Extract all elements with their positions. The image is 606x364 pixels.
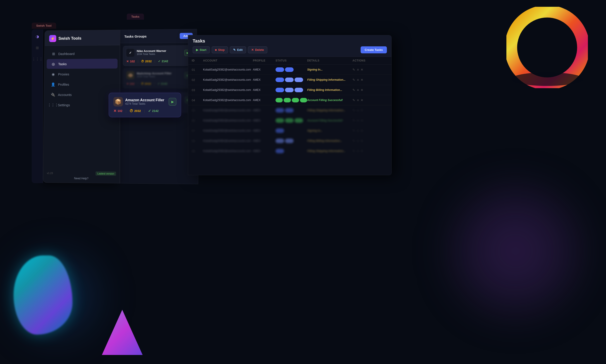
create-tasks-button[interactable]: Create Tasks bbox=[361, 46, 387, 53]
edge-icon-fingerprint[interactable]: ◑ bbox=[34, 33, 41, 40]
sidebar-title: Swish Tools bbox=[58, 36, 82, 41]
amazon-popup-play-btn[interactable]: ▶ bbox=[169, 98, 176, 105]
row-01-details: Signing In... bbox=[307, 68, 352, 71]
mailchimp-logo: 🐵 bbox=[126, 71, 135, 79]
nav-item-proxies[interactable]: ◉ Proxies bbox=[47, 69, 118, 79]
status-pill-green bbox=[275, 98, 283, 103]
row-02-account: KobaltSadg29382@swishaccounts.com bbox=[203, 78, 253, 81]
table-row[interactable]: 01 KobaltSadg29382@swishaccounts.com AME… bbox=[188, 65, 391, 75]
group1-stats: ✕ 102 | ⏱ 2032 | ✓ 2142 bbox=[126, 59, 191, 63]
close-row-icon[interactable]: ✕ bbox=[361, 88, 363, 92]
nav-item-settings[interactable]: ⋮⋮⋮ Settings bbox=[46, 100, 117, 110]
amazon-popup-logo: 📦 bbox=[113, 97, 123, 106]
edit-row-icon[interactable]: ✎ bbox=[352, 98, 355, 102]
featured-popup-amazon: 📦 Amazon Account Filler 4274 Total Tasks… bbox=[109, 93, 181, 117]
bg-decoration-purple bbox=[448, 183, 583, 319]
row-01-actions: ✎ ≡ ✕ bbox=[352, 68, 375, 71]
accounts-icon: 🔌 bbox=[51, 92, 55, 97]
menu-row-icon[interactable]: ≡ bbox=[357, 98, 359, 102]
tasks-groups-title: Tasks Groups bbox=[124, 34, 146, 39]
nav-item-tasks[interactable]: ◎ Tasks bbox=[47, 59, 117, 69]
menu-row-icon[interactable]: ≡ bbox=[357, 88, 359, 92]
row-01-account: KobaltSadg29382@swishaccounts.com bbox=[203, 68, 253, 71]
table-row[interactable]: 04 KobaltSadg29382@swishaccounts.com AME… bbox=[188, 95, 391, 105]
row-03-details: Filling Billing Information... bbox=[307, 88, 352, 91]
col-id: ID bbox=[192, 59, 203, 62]
edit-row-icon[interactable]: ✎ bbox=[352, 78, 355, 82]
nav-item-profiles[interactable]: 👤 Profiles bbox=[46, 79, 117, 89]
row-03-account: KobaltSadg29382@swishaccounts.com bbox=[203, 88, 253, 91]
table-row[interactable]: 02 KobaltSadg29382@swishaccounts.com AME… bbox=[188, 75, 391, 85]
edit-button[interactable]: ✎ Edit bbox=[230, 46, 246, 53]
window-titlebar-front: Tasks bbox=[127, 13, 144, 20]
row-04-status bbox=[275, 98, 307, 103]
nav-item-dashboard[interactable]: ⊞ Dashboard bbox=[47, 48, 118, 59]
row-03-status bbox=[275, 88, 307, 92]
nav-label-dashboard: Dashboard bbox=[58, 52, 74, 56]
version-text: v1.23 bbox=[47, 172, 53, 175]
proxies-icon: ◉ bbox=[51, 72, 55, 77]
row-04-account: KobaltSadg29382@swishaccounts.com bbox=[203, 99, 253, 102]
nav-label-tasks: Tasks bbox=[58, 62, 67, 66]
row-04-profile: AMEX bbox=[253, 99, 275, 102]
row-02-details: Filling Shipping Information... bbox=[307, 78, 352, 81]
close-row-icon[interactable]: ✕ bbox=[361, 68, 363, 71]
edge-icon-grid[interactable]: ⊞ bbox=[34, 44, 41, 51]
task-group-card-mailchimp: 🐵 Mailchimp Account Filler 1034 Total Ta… bbox=[123, 68, 194, 88]
group1-count: 1034 Total Tasks bbox=[137, 52, 166, 55]
settings-icon: ⋮⋮⋮ bbox=[51, 103, 55, 107]
delete-button[interactable]: ✕ Delete bbox=[248, 46, 267, 53]
profiles-icon: 👤 bbox=[51, 82, 55, 87]
edge-icon-grid2[interactable]: ⋮⋮⋮ bbox=[34, 56, 41, 62]
start-button[interactable]: ▶ Start bbox=[193, 46, 210, 53]
status-pill-green bbox=[300, 98, 307, 103]
nav-label-settings: Settings bbox=[58, 103, 70, 107]
row-03-actions: ✎ ≡ ✕ bbox=[352, 88, 375, 92]
edit-row-icon[interactable]: ✎ bbox=[352, 68, 355, 71]
sidebar-edge-strip: ◑ ⊞ ⋮⋮⋮ bbox=[32, 29, 43, 183]
edit-icon: ✎ bbox=[233, 48, 236, 52]
amazon-popup-count: 4274 Total Tasks bbox=[125, 102, 164, 105]
group1-success: ✓ 2142 bbox=[158, 59, 168, 63]
close-row-icon[interactable]: ✕ bbox=[361, 78, 363, 82]
row-03-profile: AMEX bbox=[253, 88, 275, 91]
row-04-details: Account Filling Successful! bbox=[307, 99, 352, 102]
menu-row-icon[interactable]: ≡ bbox=[357, 68, 359, 71]
col-details: Details bbox=[307, 59, 352, 62]
col-account: Account bbox=[203, 59, 253, 62]
status-pill-blue bbox=[275, 67, 284, 72]
sidebar-nav: ⊞ Dashboard ◎ Tasks ◉ Proxies 👤 Profiles… bbox=[43, 45, 120, 169]
task-group-card-nike[interactable]: ✓ Nike Account Warner 1034 Total Tasks ▶… bbox=[123, 45, 194, 66]
tasks-toolbar: ▶ Start ■ Stop ✎ Edit ✕ Delete Create Ta… bbox=[193, 46, 387, 53]
sidebar-logo: ⚡ bbox=[49, 35, 56, 42]
nav-label-profiles: Profiles bbox=[58, 82, 69, 86]
deco-teardrop bbox=[14, 256, 72, 335]
amazon-popup-name: Amazon Account Filler bbox=[125, 98, 164, 102]
menu-row-icon[interactable]: ≡ bbox=[357, 78, 359, 82]
table-row-blurred: 06 KobaltSadg29382@swishaccounts.com AME… bbox=[188, 116, 391, 126]
tasks-main-title: Tasks bbox=[193, 39, 387, 44]
row-01-id: 01 bbox=[192, 68, 203, 71]
edit-row-icon[interactable]: ✎ bbox=[352, 88, 355, 92]
table-row-blurred: 09 KobaltSadg29382@swishaccounts.com AME… bbox=[188, 146, 391, 156]
sidebar-header: ⚡ Swish Tools bbox=[45, 30, 120, 46]
status-pill-green bbox=[284, 98, 291, 103]
help-link[interactable]: Need Help? bbox=[47, 177, 116, 181]
latest-version-badge: Lastest version bbox=[96, 171, 116, 176]
status-pill-blue bbox=[285, 67, 294, 72]
popup-errors: ✕ 102 bbox=[113, 109, 123, 113]
popup-logo-name: 📦 Amazon Account Filler 4274 Total Tasks bbox=[113, 97, 164, 106]
nav-label-proxies: Proxies bbox=[58, 72, 69, 76]
nav-item-accounts[interactable]: 🔌 Accounts bbox=[46, 90, 118, 100]
table-row-blurred: 05 KobaltSadg29382@swishaccounts.com AME… bbox=[188, 105, 391, 116]
tasks-main-header: Tasks ▶ Start ■ Stop ✎ Edit ✕ Delete Cre… bbox=[188, 35, 391, 57]
table-row[interactable]: 03 KobaltSadg29382@swishaccounts.com AME… bbox=[188, 85, 391, 95]
popup-success-icon: ✓ bbox=[148, 109, 151, 113]
close-row-icon[interactable]: ✕ bbox=[361, 98, 363, 102]
status-pill-blue bbox=[275, 88, 284, 92]
stop-button[interactable]: ■ Stop bbox=[212, 46, 228, 53]
popup-pending-icon: ⏱ bbox=[129, 109, 133, 113]
popup-stats: ✕ 102 | ⏱ 2032 | ✓ 2142 bbox=[113, 109, 176, 113]
delete-icon: ✕ bbox=[251, 48, 254, 52]
dashboard-icon: ⊞ bbox=[51, 52, 56, 56]
